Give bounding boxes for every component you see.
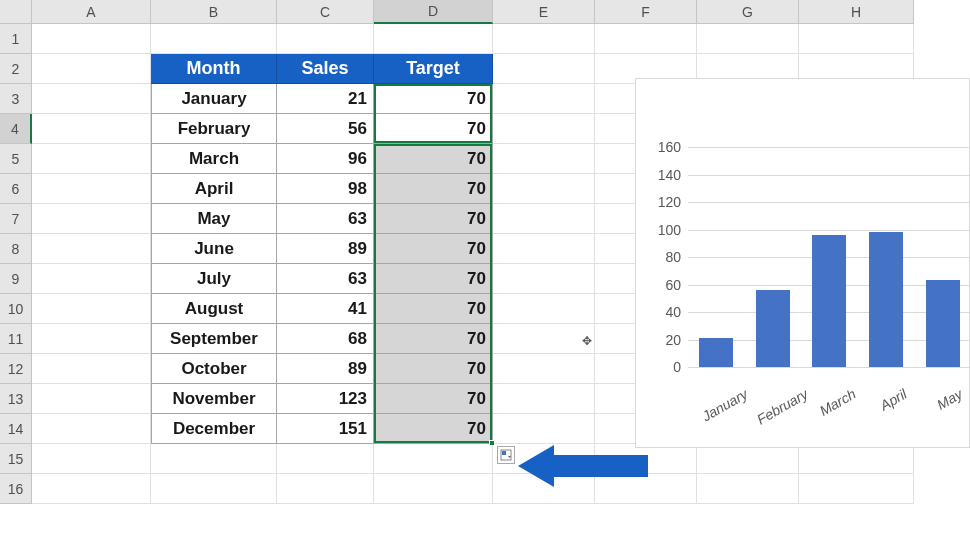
cell-D8[interactable]: 70 <box>374 234 493 264</box>
cell-B1[interactable] <box>151 24 277 54</box>
col-header-E[interactable]: E <box>493 0 595 24</box>
chart-bar-March[interactable] <box>812 235 846 367</box>
col-header-G[interactable]: G <box>697 0 799 24</box>
cell-C8[interactable]: 89 <box>277 234 374 264</box>
cell-D9[interactable]: 70 <box>374 264 493 294</box>
cell-B14[interactable]: December <box>151 414 277 444</box>
cell-A7[interactable] <box>32 204 151 234</box>
cell-C11[interactable]: 68 <box>277 324 374 354</box>
chart-bar-January[interactable] <box>699 338 733 367</box>
cell-E9[interactable] <box>493 264 595 294</box>
col-header-D[interactable]: D <box>374 0 493 24</box>
cell-A16[interactable] <box>32 474 151 504</box>
cell-E5[interactable] <box>493 144 595 174</box>
cell-C10[interactable]: 41 <box>277 294 374 324</box>
col-header-B[interactable]: B <box>151 0 277 24</box>
cell-D1[interactable] <box>374 24 493 54</box>
cell-C2[interactable]: Sales <box>277 54 374 84</box>
cell-E4[interactable] <box>493 114 595 144</box>
cell-E1[interactable] <box>493 24 595 54</box>
cell-A3[interactable] <box>32 84 151 114</box>
cell-D4[interactable]: 70 <box>374 114 493 144</box>
cell-A14[interactable] <box>32 414 151 444</box>
cell-A9[interactable] <box>32 264 151 294</box>
fill-handle[interactable] <box>489 440 495 446</box>
row-header-1[interactable]: 1 <box>0 24 32 54</box>
cell-C5[interactable]: 96 <box>277 144 374 174</box>
cell-D12[interactable]: 70 <box>374 354 493 384</box>
cell-D3[interactable]: 70 <box>374 84 493 114</box>
cell-D14[interactable]: 70 <box>374 414 493 444</box>
cell-C3[interactable]: 21 <box>277 84 374 114</box>
cell-B4[interactable]: February <box>151 114 277 144</box>
cell-A12[interactable] <box>32 354 151 384</box>
row-header-15[interactable]: 15 <box>0 444 32 474</box>
cell-D7[interactable]: 70 <box>374 204 493 234</box>
chart-bar-April[interactable] <box>869 232 903 367</box>
cell-B5[interactable]: March <box>151 144 277 174</box>
cell-D11[interactable]: 70 <box>374 324 493 354</box>
row-header-14[interactable]: 14 <box>0 414 32 444</box>
cell-F16[interactable] <box>595 474 697 504</box>
row-header-5[interactable]: 5 <box>0 144 32 174</box>
cell-C1[interactable] <box>277 24 374 54</box>
row-header-8[interactable]: 8 <box>0 234 32 264</box>
cell-C12[interactable]: 89 <box>277 354 374 384</box>
cell-F1[interactable] <box>595 24 697 54</box>
cell-B16[interactable] <box>151 474 277 504</box>
cell-E13[interactable] <box>493 384 595 414</box>
cell-A15[interactable] <box>32 444 151 474</box>
cell-C15[interactable] <box>277 444 374 474</box>
cell-E8[interactable] <box>493 234 595 264</box>
cell-D6[interactable]: 70 <box>374 174 493 204</box>
cell-A11[interactable] <box>32 324 151 354</box>
cell-D15[interactable] <box>374 444 493 474</box>
chart-bar-February[interactable] <box>756 290 790 367</box>
cell-C13[interactable]: 123 <box>277 384 374 414</box>
cell-C4[interactable]: 56 <box>277 114 374 144</box>
cell-B7[interactable]: May <box>151 204 277 234</box>
cell-A1[interactable] <box>32 24 151 54</box>
chart-bar-May[interactable] <box>926 280 960 367</box>
cell-B2[interactable]: Month <box>151 54 277 84</box>
cell-C14[interactable]: 151 <box>277 414 374 444</box>
cell-C7[interactable]: 63 <box>277 204 374 234</box>
cell-C6[interactable]: 98 <box>277 174 374 204</box>
col-header-F[interactable]: F <box>595 0 697 24</box>
row-header-16[interactable]: 16 <box>0 474 32 504</box>
cell-B3[interactable]: January <box>151 84 277 114</box>
cell-B11[interactable]: September <box>151 324 277 354</box>
cell-E6[interactable] <box>493 174 595 204</box>
cell-G1[interactable] <box>697 24 799 54</box>
cell-E2[interactable] <box>493 54 595 84</box>
row-header-6[interactable]: 6 <box>0 174 32 204</box>
cell-A2[interactable] <box>32 54 151 84</box>
cell-H15[interactable] <box>799 444 914 474</box>
row-header-11[interactable]: 11 <box>0 324 32 354</box>
cell-D13[interactable]: 70 <box>374 384 493 414</box>
cell-B10[interactable]: August <box>151 294 277 324</box>
cell-A10[interactable] <box>32 294 151 324</box>
cell-B6[interactable]: April <box>151 174 277 204</box>
row-header-2[interactable]: 2 <box>0 54 32 84</box>
cell-A13[interactable] <box>32 384 151 414</box>
cell-A4[interactable] <box>32 114 151 144</box>
cell-B13[interactable]: November <box>151 384 277 414</box>
cell-H16[interactable] <box>799 474 914 504</box>
cell-D5[interactable]: 70 <box>374 144 493 174</box>
cell-A5[interactable] <box>32 144 151 174</box>
cell-A8[interactable] <box>32 234 151 264</box>
cell-C9[interactable]: 63 <box>277 264 374 294</box>
cell-E3[interactable] <box>493 84 595 114</box>
cell-E14[interactable] <box>493 414 595 444</box>
row-header-10[interactable]: 10 <box>0 294 32 324</box>
cell-B9[interactable]: July <box>151 264 277 294</box>
cell-A6[interactable] <box>32 174 151 204</box>
cell-E11[interactable] <box>493 324 595 354</box>
cell-C16[interactable] <box>277 474 374 504</box>
col-header-C[interactable]: C <box>277 0 374 24</box>
cell-E10[interactable] <box>493 294 595 324</box>
cell-E16[interactable] <box>493 474 595 504</box>
cell-D2[interactable]: Target <box>374 54 493 84</box>
select-all-corner[interactable] <box>0 0 32 24</box>
